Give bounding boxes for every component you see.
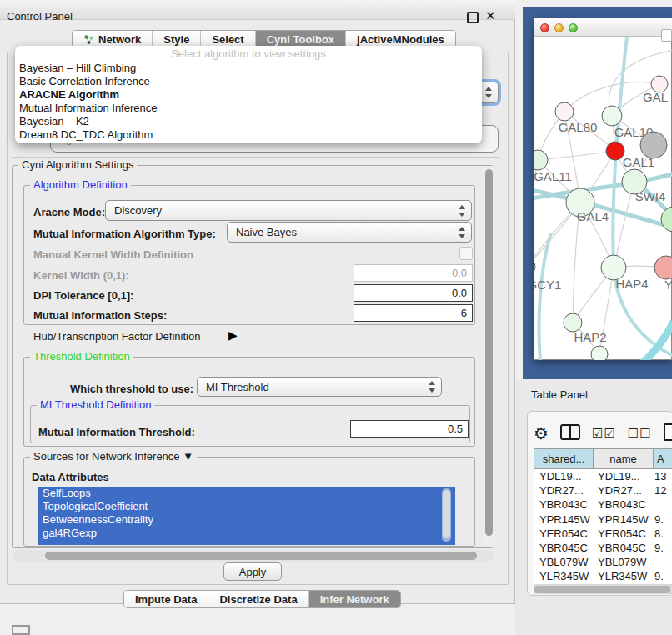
tab-discretize-data[interactable]: Discretize Data — [208, 591, 308, 608]
node-label-gal: GAL — [643, 90, 668, 104]
table-row[interactable]: YBR045CYBR045C9. — [534, 541, 672, 555]
tab-jactivemnodules[interactable]: jActiveMNodules — [345, 31, 455, 48]
node-gcy1[interactable] — [534, 258, 535, 275]
node-gal11[interactable] — [534, 150, 548, 170]
bottom-tab-strip: Impute DataDiscretize DataInfer Network — [123, 590, 401, 608]
tab-infer-network[interactable]: Infer Network — [308, 591, 400, 608]
attribute-item-gal4rgexp[interactable]: gal4RGexp — [38, 527, 455, 540]
table-cell: 9. — [654, 541, 672, 555]
settings-vertical-scrollbar — [484, 166, 494, 548]
node-unlabeled[interactable] — [606, 142, 624, 160]
mi-threshold-field[interactable]: 0.5 — [350, 420, 469, 438]
apply-button[interactable]: Apply — [223, 562, 282, 581]
table-row[interactable]: YBL079WYBL079W — [534, 555, 672, 569]
node-gal80[interactable] — [555, 102, 574, 121]
file-icon[interactable] — [664, 423, 672, 443]
node-unlabeled[interactable] — [591, 346, 608, 360]
mi-algorithm-type-label: Mutual Information Algorithm Type: — [33, 228, 216, 240]
node-label-gal1: GAL1 — [623, 155, 654, 169]
tab-select[interactable]: Select — [200, 31, 254, 48]
algorithm-definition-legend: Algorithm Definition — [30, 178, 131, 191]
aracne-mode-combo[interactable]: Discovery — [105, 200, 472, 221]
table-cell: YBL079W — [594, 555, 654, 569]
column-header-a[interactable]: A — [654, 448, 672, 469]
table-cell: YBR045C — [534, 541, 594, 555]
table-cell: YDL19... — [534, 469, 594, 483]
node-swi4[interactable] — [661, 207, 672, 232]
which-threshold-combo[interactable]: MI Threshold — [197, 377, 442, 397]
algorithm-option-aracne-algorithm[interactable]: ARACNE Algorithm — [15, 88, 482, 102]
gear-icon[interactable]: ⚙ — [534, 425, 549, 442]
mi-threshold-label: Mutual Information Threshold: — [38, 426, 195, 438]
table-cell: 9. — [654, 512, 672, 527]
panel-divider — [12, 157, 499, 158]
tab-label: Style — [163, 33, 189, 46]
attribute-item-selfloops[interactable]: SelfLoops — [38, 487, 455, 500]
settings-vertical-scrollbar-thumb[interactable] — [485, 169, 493, 536]
table-cell: YBR043C — [534, 498, 594, 512]
close-traffic-light-icon[interactable] — [540, 23, 549, 32]
node-hap2[interactable] — [564, 313, 582, 332]
table-row[interactable]: YLR345WYLR345W9. — [534, 569, 672, 583]
mi-steps-field[interactable]: 6 — [354, 304, 473, 322]
attributes-scrollbar — [442, 488, 451, 542]
node-y[interactable] — [654, 256, 672, 279]
combo-arrows-icon — [458, 205, 465, 217]
data-attributes-list[interactable]: SelfLoopsTopologicalCoefficientBetweenne… — [38, 487, 455, 545]
algorithm-dropdown-placeholder: Select algorithm to view settings — [15, 46, 482, 62]
table-row[interactable]: YBR043CYBR043C — [534, 498, 672, 512]
attributes-scrollbar-thumb[interactable] — [443, 490, 450, 538]
table-cell — [654, 498, 672, 512]
column-header-shared[interactable]: shared... — [534, 448, 594, 469]
column-header-name[interactable]: name — [594, 448, 654, 469]
tab-style[interactable]: Style — [152, 31, 200, 48]
dpi-tolerance-field[interactable]: 0.0 — [354, 284, 473, 302]
algorithm-dropdown-popup: Select algorithm to view settings Bayesi… — [15, 46, 482, 143]
tab-cyni-toolbox[interactable]: Cyni Toolbox — [255, 31, 345, 48]
split-columns-icon[interactable] — [560, 424, 580, 442]
deselect-all-icon[interactable]: ☐☐ — [628, 427, 652, 440]
minimized-panel-icon[interactable] — [12, 625, 30, 635]
table-cell: 13 — [654, 469, 672, 483]
zoom-traffic-light-icon[interactable] — [569, 23, 578, 32]
cyni-algorithm-settings-legend: Cyni Algorithm Settings — [18, 158, 137, 171]
table-panel-toolbar: ⚙☑☑☐☐ — [534, 421, 672, 446]
tab-network[interactable]: Network — [73, 31, 152, 48]
tab-label: Select — [212, 33, 243, 46]
mi-steps-label: Mutual Information Steps: — [33, 309, 167, 322]
expand-arrow-icon[interactable]: ▶ — [228, 328, 238, 342]
algorithm-option-basic-correlation-inference[interactable]: Basic Correlation Inference — [15, 75, 482, 88]
hub-transcription-factor-label: Hub/Transcription Factor Definition — [33, 330, 200, 342]
table-cell: YER054C — [534, 527, 594, 541]
tab-label: Discretize Data — [219, 593, 297, 606]
table-cell: YLR345W — [534, 569, 594, 583]
tab-impute-data[interactable]: Impute Data — [124, 591, 208, 608]
tab-label: Infer Network — [320, 593, 389, 606]
algorithm-option-bayesian-k2[interactable]: Bayesian – K2 — [15, 115, 482, 128]
combo-arrows-icon — [484, 87, 492, 98]
aracne-mode-value: Discovery — [106, 204, 458, 217]
attribute-item-topologicalcoefficient[interactable]: TopologicalCoefficient — [38, 500, 455, 513]
table-row[interactable]: YDL19...YDL19...13 — [534, 469, 672, 483]
node-label-y: Y — [664, 278, 672, 292]
table-body: YDL19...YDL19...13YDR27...YDR27...12YBR0… — [534, 469, 672, 585]
table-row[interactable]: YPR145WYPR145W9. — [534, 512, 672, 527]
minimize-traffic-light-icon[interactable] — [554, 23, 564, 32]
collapse-arrow-icon[interactable]: ▼ — [183, 450, 193, 462]
table-row[interactable]: YER054CYER054C8. — [534, 527, 672, 541]
algorithm-option-dream8-dc-tdc-algorithm[interactable]: Dream8 DC_TDC Algorithm — [15, 128, 482, 142]
combo-arrows-icon — [458, 227, 465, 238]
algorithm-option-mutual-information-inference[interactable]: Mutual Information Inference — [15, 102, 482, 115]
float-window-icon[interactable] — [467, 12, 479, 23]
node-gal10[interactable] — [602, 106, 622, 126]
attribute-item-betweennesscentrality[interactable]: BetweennessCentrality — [38, 513, 455, 527]
close-icon[interactable]: ✕ — [485, 8, 496, 23]
mi-algorithm-type-combo[interactable]: Naive Bayes — [227, 222, 472, 242]
settings-horizontal-scrollbar-thumb[interactable] — [45, 552, 477, 560]
threshold-definition-legend: Threshold Definition — [30, 350, 133, 362]
select-all-icon[interactable]: ☑☑ — [592, 427, 616, 440]
table-row[interactable]: YDR27...YDR27...12 — [534, 483, 672, 498]
algorithm-option-bayesian-hill-climbing[interactable]: Bayesian – Hill Climbing — [15, 62, 482, 75]
network-canvas[interactable]: GALGAL80GAL10GAL1GAL11SWI4GAL4GCY1HAP4YH… — [534, 37, 672, 360]
table-horizontal-scrollbar-thumb[interactable] — [534, 586, 670, 593]
